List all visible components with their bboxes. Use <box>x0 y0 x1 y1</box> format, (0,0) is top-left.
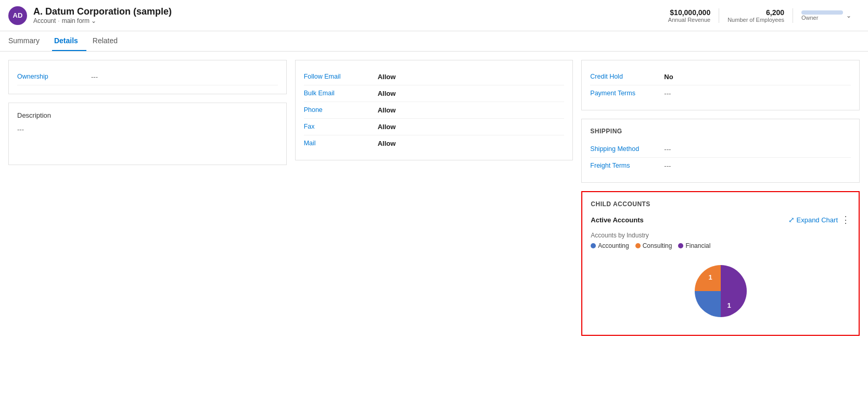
child-accounts-title: CHILD ACCOUNTS <box>591 200 850 208</box>
payment-terms-row: Payment Terms --- <box>590 85 851 102</box>
expand-chart-label: Expand Chart <box>797 216 838 224</box>
pie-slice-accounting <box>695 291 721 317</box>
header-meta: $10,000,000 Annual Revenue 6,200 Number … <box>660 8 860 23</box>
freight-terms-label: Freight Terms <box>590 162 658 169</box>
main-content: Ownership --- Description --- Follow Ema… <box>0 52 868 344</box>
right-column: Credit Hold No Payment Terms --- SHIPPIN… <box>581 60 860 336</box>
bulk-email-value: Allow <box>378 90 396 97</box>
form-chevron-icon: ⌄ <box>91 17 96 24</box>
payment-terms-value: --- <box>664 90 671 97</box>
fax-row: Fax Allow <box>304 119 565 135</box>
tab-summary[interactable]: Summary <box>8 31 48 51</box>
credit-hold-label: Credit Hold <box>590 73 658 80</box>
tab-details[interactable]: Details <box>52 31 86 51</box>
payment-terms-label: Payment Terms <box>590 90 658 97</box>
credit-hold-value: No <box>664 73 673 81</box>
left-column: Ownership --- Description --- <box>8 60 287 336</box>
pie-chart-container: 2 1 1 <box>591 256 850 326</box>
description-value: --- <box>17 125 278 133</box>
annual-revenue-block: $10,000,000 Annual Revenue <box>660 8 719 23</box>
bulk-email-row: Bulk Email Allow <box>304 85 565 102</box>
fax-label: Fax <box>304 123 372 130</box>
subtitle-sep: · <box>58 17 59 24</box>
annual-revenue-value: $10,000,000 <box>668 8 710 17</box>
fax-value: Allow <box>378 123 396 131</box>
page-header: AD A. Datum Corporation (sample) Account… <box>0 0 868 31</box>
header-title-block: A. Datum Corporation (sample) Account · … <box>33 6 660 24</box>
phone-value: Allow <box>378 106 396 114</box>
chart-legend: Accounting Consulting Financial <box>591 242 850 249</box>
ownership-row: Ownership --- <box>17 69 278 85</box>
legend-label-financial: Financial <box>685 242 710 249</box>
description-card: Description --- <box>8 103 287 165</box>
legend-label-accounting: Accounting <box>598 242 629 249</box>
pie-label-accounting: 1 <box>727 301 731 309</box>
follow-email-value: Allow <box>378 73 396 81</box>
credit-hold-row: Credit Hold No <box>590 69 851 85</box>
legend-item-financial: Financial <box>678 242 710 249</box>
shipping-card: SHIPPING Shipping Method --- Freight Ter… <box>581 119 860 183</box>
header-subtitle: Account · main form ⌄ <box>33 17 660 24</box>
legend-dot-financial <box>678 243 683 248</box>
owner-block: Owner ⌄ <box>793 10 860 21</box>
chart-header: Active Accounts ⤢ Expand Chart ⋮ <box>591 214 850 225</box>
expand-chart-button[interactable]: ⤢ Expand Chart <box>788 216 838 224</box>
billing-card: Credit Hold No Payment Terms --- <box>581 60 860 110</box>
expand-chart-icon: ⤢ <box>788 216 795 224</box>
mail-label: Mail <box>304 140 372 147</box>
pie-label-consulting: 1 <box>708 273 712 281</box>
shipping-method-row: Shipping Method --- <box>590 141 851 158</box>
account-title: A. Datum Corporation (sample) <box>33 6 660 17</box>
phone-label: Phone <box>304 106 372 114</box>
legend-item-consulting: Consulting <box>635 242 672 249</box>
owner-chevron-icon[interactable]: ⌄ <box>846 12 851 19</box>
legend-item-accounting: Accounting <box>591 242 629 249</box>
subtitle-type: Account <box>33 17 56 24</box>
legend-dot-accounting <box>591 243 596 248</box>
middle-column: Follow Email Allow Bulk Email Allow Phon… <box>295 60 573 336</box>
freight-terms-row: Freight Terms --- <box>590 158 851 174</box>
nav-tabs: Summary Details Related <box>0 31 868 52</box>
pie-slice-financial <box>721 265 747 317</box>
legend-label-consulting: Consulting <box>643 242 672 249</box>
follow-email-row: Follow Email Allow <box>304 69 565 85</box>
chart-actions: ⤢ Expand Chart ⋮ <box>788 214 851 225</box>
shipping-title: SHIPPING <box>590 128 851 135</box>
ownership-value: --- <box>91 73 98 81</box>
shipping-method-label: Shipping Method <box>590 145 658 153</box>
more-options-button[interactable]: ⋮ <box>841 214 850 225</box>
owner-label: Owner <box>801 15 843 21</box>
phone-row: Phone Allow <box>304 102 565 119</box>
mail-value: Allow <box>378 140 396 147</box>
avatar: AD <box>8 6 27 25</box>
form-selector[interactable]: main form ⌄ <box>62 17 96 24</box>
follow-email-label: Follow Email <box>304 73 372 80</box>
shipping-method-value: --- <box>664 145 671 153</box>
employees-value: 6,200 <box>727 8 784 17</box>
child-accounts-card: CHILD ACCOUNTS Active Accounts ⤢ Expand … <box>581 191 860 336</box>
chart-subtitle: Accounts by Industry <box>591 232 850 239</box>
pie-chart: 2 1 1 <box>690 260 752 322</box>
owner-bar <box>801 10 843 15</box>
pie-slice-consulting <box>695 265 721 291</box>
employees-block: 6,200 Number of Employees <box>719 8 793 23</box>
employees-label: Number of Employees <box>727 17 784 23</box>
bulk-email-label: Bulk Email <box>304 90 372 97</box>
annual-revenue-label: Annual Revenue <box>668 17 710 23</box>
form-label: main form <box>62 17 90 24</box>
mail-row: Mail Allow <box>304 135 565 152</box>
description-title: Description <box>17 111 278 119</box>
ownership-label: Ownership <box>17 73 85 81</box>
ownership-card: Ownership --- <box>8 60 287 94</box>
freight-terms-value: --- <box>664 162 671 170</box>
chart-active-accounts-title: Active Accounts <box>591 216 643 224</box>
legend-dot-consulting <box>635 243 641 248</box>
contact-preferences-card: Follow Email Allow Bulk Email Allow Phon… <box>295 60 573 160</box>
tab-related[interactable]: Related <box>91 31 126 51</box>
